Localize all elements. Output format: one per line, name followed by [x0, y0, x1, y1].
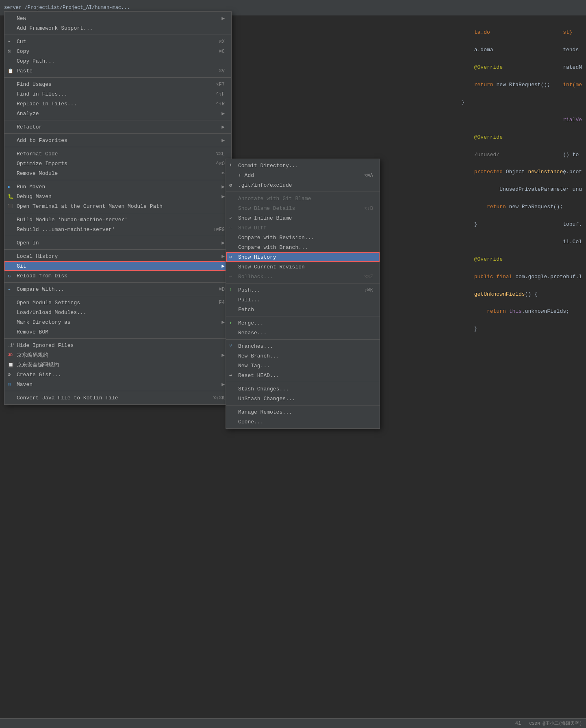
menu-label-refactor: Refactor	[17, 124, 42, 130]
menu-item-refactor[interactable]: Refactor ▶	[4, 122, 231, 132]
menu-item-merge[interactable]: ⬆ Merge...	[226, 318, 380, 328]
menu-item-compare-with[interactable]: ✦ Compare With... ⌘D	[4, 284, 231, 294]
menu-item-rollback: ↩ Rollback... ⌥⌘Z	[226, 272, 380, 281]
paste-shortcut: ⌘V	[219, 68, 225, 74]
menu-item-copy-path[interactable]: Copy Path...	[4, 56, 231, 66]
menu-item-reformat[interactable]: Reformat Code ⌥⌘L	[4, 149, 231, 159]
menu-item-convert-kotlin[interactable]: Convert Java File to Kotlin File ⌥⇧⌘K	[4, 393, 231, 403]
replace-shortcut: ^⇧R	[216, 101, 225, 107]
menu-label-convert-kotlin: Convert Java File to Kotlin File	[17, 395, 118, 401]
menu-label-push: Push...	[238, 287, 260, 293]
menu-item-debug-maven[interactable]: 🐛 Debug Maven ▶	[4, 192, 231, 201]
menu-label-show-history: Show History	[238, 254, 276, 260]
menu-item-add-framework[interactable]: Add Framework Support...	[4, 23, 231, 33]
menu-item-fetch[interactable]: Fetch	[226, 305, 380, 314]
separator	[4, 338, 231, 339]
menu-item-rebuild[interactable]: Rebuild ...uman-machine-server' ⇧⌘F9	[4, 225, 231, 234]
menu-item-add-favorites[interactable]: Add to Favorites ▶	[4, 135, 231, 145]
menu-item-unstash[interactable]: UnStash Changes...	[226, 394, 380, 403]
menu-label-show-blame-details: Show Blame Details	[238, 205, 295, 211]
menu-item-remove-module[interactable]: Remove Module ⌦	[4, 168, 231, 178]
menu-item-local-history[interactable]: Local History ▶	[4, 251, 231, 261]
menu-item-analyze[interactable]: Analyze ▶	[4, 109, 231, 118]
menu-label-rebase: Rebase...	[238, 330, 267, 336]
menu-label-clone: Clone...	[238, 419, 263, 425]
menu-label-debug-maven: Debug Maven	[17, 194, 52, 200]
menu-item-open-in[interactable]: Open In ▶	[4, 238, 231, 248]
menu-item-replace-in-files[interactable]: Replace in Files... ^⇧R	[4, 99, 231, 109]
menu-item-manage-remotes[interactable]: Manage Remotes...	[226, 407, 380, 417]
menu-item-show-history[interactable]: ⊙ Show History	[226, 252, 380, 262]
menu-label-git-exclude: .git/info/exclude	[238, 182, 292, 188]
menu-item-cut[interactable]: ✂ Cut ⌘X	[4, 37, 231, 46]
menu-label-replace-in-files: Replace in Files...	[17, 101, 77, 107]
menu-item-new-tag[interactable]: New Tag...	[226, 361, 380, 371]
menu-item-clone[interactable]: Clone...	[226, 417, 380, 427]
arrow-icon: ▶	[221, 183, 225, 190]
menu-item-find-in-files[interactable]: Find in Files... ^⇧F	[4, 89, 231, 99]
arrow-icon: ▶	[221, 110, 225, 117]
menu-label-new-tag: New Tag...	[238, 363, 270, 369]
status-credit: CSDN @王小二(海阔天空)	[529, 720, 582, 726]
menu-item-show-current-revision[interactable]: Show Current Revision	[226, 262, 380, 272]
menu-item-new-branch[interactable]: New Branch...	[226, 351, 380, 361]
menu-item-copy[interactable]: ⎘ Copy ⌘C	[4, 46, 231, 56]
menu-item-optimize[interactable]: Optimize Imports ^⌘O	[4, 159, 231, 168]
separator	[226, 339, 380, 340]
menu-item-open-module-settings[interactable]: Open Module Settings F4	[4, 298, 231, 307]
menu-label-rollback: Rollback...	[238, 274, 273, 280]
menu-item-compare-branch[interactable]: Compare with Branch...	[226, 242, 380, 252]
menu-item-paste[interactable]: 📋 Paste ⌘V	[4, 66, 231, 76]
menu-item-run-maven[interactable]: ▶ Run Maven ▶	[4, 182, 231, 192]
arrow-icon: ▶	[221, 352, 225, 358]
add-shortcut: ⌥⌘A	[364, 172, 373, 179]
context-menu-git: + Commit Directory... + Add ⌥⌘A ⚙ .git/i…	[226, 159, 380, 429]
menu-label-show-diff: Show Diff	[238, 225, 267, 231]
menu-item-commit-dir[interactable]: + Commit Directory...	[226, 161, 380, 170]
menu-item-hide-ignored[interactable]: .i* Hide Ignored Files	[4, 340, 231, 350]
menu-item-compare-revision[interactable]: Compare with Revision...	[226, 233, 380, 242]
checkmark-icon: ✓	[229, 215, 232, 221]
menu-item-maven[interactable]: m Maven ▶	[4, 379, 231, 389]
menu-label-open-terminal-maven: Open Terminal at the Current Maven Modul…	[17, 203, 163, 209]
menu-item-open-terminal-maven[interactable]: ⬛ Open Terminal at the Current Maven Mod…	[4, 201, 231, 211]
menu-item-git-exclude[interactable]: ⚙ .git/info/exclude	[226, 180, 380, 190]
menu-item-jd-coding[interactable]: JD 京东编码规约 ▶	[4, 350, 231, 360]
menu-item-add[interactable]: + Add ⌥⌘A	[226, 170, 380, 180]
menu-label-rebuild: Rebuild ...uman-machine-server'	[17, 227, 115, 233]
menu-item-reset-head[interactable]: ↩ Reset HEAD...	[226, 371, 380, 380]
menu-item-mark-directory[interactable]: Mark Directory as ▶	[4, 317, 231, 327]
separator	[4, 249, 231, 250]
menu-label-create-gist: Create Gist...	[17, 372, 61, 378]
menu-label-commit-dir: Commit Directory...	[238, 163, 298, 169]
menu-item-git[interactable]: Git ▶	[4, 261, 231, 271]
menu-label-pull: Pull...	[238, 297, 260, 303]
find-usages-shortcut: ⌥F7	[216, 81, 225, 87]
debug-maven-icon: 🐛	[8, 194, 14, 200]
menu-item-find-usages[interactable]: Find Usages ⌥F7	[4, 79, 231, 89]
menu-label-load-unload: Load/Unload Modules...	[17, 310, 87, 316]
menu-label-open-module-settings: Open Module Settings	[17, 300, 80, 306]
arrow-icon: ▶	[221, 240, 225, 246]
menu-item-load-unload[interactable]: Load/Unload Modules...	[4, 307, 231, 317]
menu-item-branches[interactable]: ⑂ Branches...	[226, 341, 380, 351]
separator	[4, 133, 231, 134]
menu-item-build-module[interactable]: Build Module 'human-machine-server'	[4, 215, 231, 225]
menu-item-jd-security[interactable]: 🔲 京东安全编码规约	[4, 360, 231, 370]
menu-label-show-current-revision: Show Current Revision	[238, 264, 305, 270]
menu-item-show-inline-blame[interactable]: ✓ Show Inline Blame	[226, 213, 380, 223]
menu-item-reload[interactable]: ↻ Reload from Disk	[4, 271, 231, 281]
menu-item-new[interactable]: New ▶	[4, 13, 231, 23]
menu-label-jd-security: 京东安全编码规约	[17, 361, 59, 368]
menu-item-push[interactable]: ↑ Push... ⇧⌘K	[226, 285, 380, 295]
menu-item-rebase[interactable]: Rebase...	[226, 328, 380, 338]
separator	[226, 316, 380, 316]
separator	[4, 213, 231, 213]
menu-item-remove-bom[interactable]: Remove BOM	[4, 327, 231, 337]
menu-item-create-gist[interactable]: ⊙ Create Gist...	[4, 370, 231, 379]
menu-item-pull[interactable]: Pull...	[226, 295, 380, 305]
menu-label-compare-branch: Compare with Branch...	[238, 244, 308, 251]
arrow-icon: ▶	[221, 193, 225, 200]
open-settings-shortcut: F4	[219, 300, 225, 305]
menu-item-stash[interactable]: Stash Changes...	[226, 384, 380, 394]
